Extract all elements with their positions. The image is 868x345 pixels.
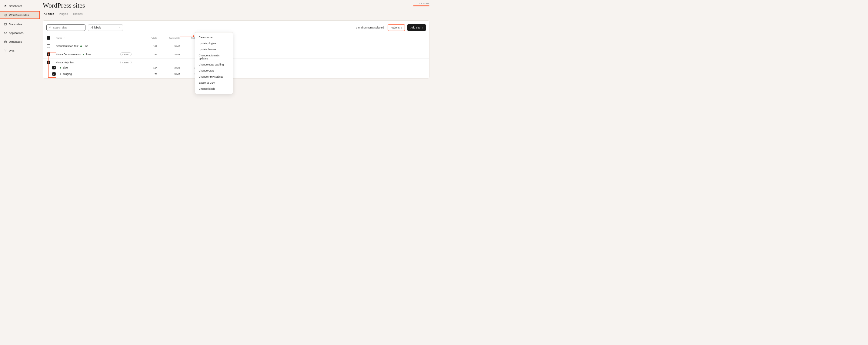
env-label: Staging	[63, 72, 72, 75]
table-row[interactable]: Kinsta Help Test Label 1	[43, 59, 429, 65]
sidebar-item-applications[interactable]: Applications	[0, 29, 40, 36]
dropdown-item-export-csv[interactable]: Export to CSV	[195, 80, 233, 86]
sidebar-item-label: Dashboard	[9, 4, 22, 7]
home-icon	[4, 4, 7, 7]
column-visits[interactable]: Visits	[137, 37, 157, 39]
status-dot-icon	[60, 73, 61, 75]
cell-bandwidth: 3 MB	[157, 53, 180, 56]
column-bandwidth[interactable]: Bandwidth	[157, 37, 180, 39]
tabs: All sites Plugins Themes	[43, 12, 430, 17]
add-site-button[interactable]: Add site ▾	[407, 24, 426, 31]
main-content: WordPress sites 3 / 3 sites All sites Pl…	[40, 0, 434, 172]
row-checkbox[interactable]	[52, 66, 56, 69]
cell-visits: 114	[137, 66, 157, 69]
search-input[interactable]	[53, 26, 83, 29]
table-subrow[interactable]: Staging 75 3 MB 156 MB 8	[43, 70, 429, 78]
status-dot-icon	[60, 67, 61, 68]
page-title: WordPress sites	[43, 1, 85, 9]
status-dot-icon	[80, 45, 82, 47]
sort-up-icon: ↑	[63, 37, 65, 39]
dropdown-item-auto-updates[interactable]: Change automatic updates	[195, 53, 233, 62]
sites-table: Name ↑ Visits Bandwidth Disk usage P Doc…	[43, 34, 429, 78]
sidebar-item-wordpress-sites[interactable]: WordPress sites	[0, 11, 40, 19]
annotation-underline	[413, 5, 430, 6]
dropdown-item-change-labels[interactable]: Change labels	[195, 86, 233, 92]
sidebar-item-label: Databases	[9, 40, 22, 43]
sidebar-item-databases[interactable]: Databases	[0, 38, 40, 45]
cell-visits: 75	[137, 73, 157, 75]
label-chip[interactable]: Label 1	[120, 61, 131, 64]
table-row[interactable]: Kinsta Documentation Live Label 1 83 3 M…	[43, 50, 429, 59]
sidebar-item-label: Static sites	[9, 23, 22, 26]
chevron-down-icon: ▾	[422, 27, 423, 29]
status-dot-icon	[83, 54, 84, 55]
svg-point-6	[50, 27, 51, 28]
row-checkbox[interactable]	[47, 61, 50, 64]
labels-filter[interactable]: All labels ▾	[88, 24, 123, 31]
dropdown-item-php[interactable]: Change PHP settings	[195, 74, 233, 80]
dropdown-item-update-plugins[interactable]: Update plugins	[195, 40, 233, 46]
svg-point-4	[5, 51, 5, 51]
site-name: Kinsta Help Test	[56, 61, 74, 64]
site-count: 3 / 3 sites	[413, 1, 430, 6]
cell-bandwidth: 3 MB	[157, 73, 180, 75]
tab-plugins[interactable]: Plugins	[59, 12, 68, 17]
dns-icon	[4, 49, 7, 52]
tab-all-sites[interactable]: All sites	[44, 12, 54, 17]
chevron-down-icon: ▾	[119, 27, 120, 29]
database-icon	[4, 40, 7, 43]
row-checkbox[interactable]	[47, 53, 50, 56]
env-label: Live	[63, 66, 68, 69]
row-checkbox[interactable]	[47, 44, 50, 48]
selection-count: 3 environments selected	[356, 26, 384, 29]
dropdown-item-update-themes[interactable]: Update themes	[195, 46, 233, 53]
sidebar-item-label: WordPress sites	[9, 13, 29, 17]
sites-panel: All labels ▾ 3 environments selected Act…	[43, 20, 430, 79]
sidebar-item-dashboard[interactable]: Dashboard	[0, 2, 40, 9]
toolbar: All labels ▾ 3 environments selected Act…	[43, 24, 429, 34]
actions-button[interactable]: Actions ▾	[388, 24, 405, 31]
env-label: Live	[86, 53, 91, 56]
sidebar-item-label: DNS	[9, 49, 14, 52]
svg-rect-1	[4, 23, 7, 25]
site-name: Kinsta Documentation	[56, 53, 81, 56]
annotation-arrow	[180, 36, 194, 36]
dropdown-item-cdn[interactable]: Change CDN	[195, 68, 233, 74]
wordpress-icon	[4, 13, 7, 17]
sidebar-item-label: Applications	[9, 32, 24, 35]
cell-visits: 83	[137, 53, 157, 56]
column-name[interactable]: Name ↑	[56, 37, 137, 39]
site-name: Documentation Test	[56, 44, 79, 48]
select-all-checkbox[interactable]	[47, 36, 50, 40]
layers-icon	[4, 31, 7, 35]
dropdown-item-clear-cache[interactable]: Clear cache	[195, 34, 233, 40]
env-label: Live	[84, 44, 89, 48]
search-icon	[49, 26, 52, 29]
sidebar-item-dns[interactable]: DNS	[0, 47, 40, 54]
table-row[interactable]: Documentation Test Live 101 3 MB 75 MB 8	[43, 42, 429, 50]
cell-visits: 101	[137, 45, 157, 48]
cell-bandwidth: 3 MB	[157, 45, 180, 48]
browser-icon	[4, 23, 7, 26]
cell-bandwidth: 3 MB	[157, 66, 180, 69]
dropdown-item-edge-caching[interactable]: Change edge caching	[195, 62, 233, 68]
table-subrow[interactable]: Live 114 3 MB 223 MB 8	[43, 65, 429, 70]
sidebar: Dashboard WordPress sites Static sites A…	[0, 0, 40, 172]
sidebar-item-static-sites[interactable]: Static sites	[0, 21, 40, 28]
search-input-wrap[interactable]	[46, 24, 86, 31]
actions-dropdown: Clear cache Update plugins Update themes…	[195, 32, 233, 94]
row-checkbox[interactable]	[52, 72, 56, 76]
tab-themes[interactable]: Themes	[73, 12, 83, 17]
chevron-down-icon: ▾	[401, 27, 402, 29]
label-chip[interactable]: Label 1	[120, 53, 131, 56]
svg-point-2	[4, 41, 6, 41]
table-header: Name ↑ Visits Bandwidth Disk usage P	[43, 34, 429, 42]
